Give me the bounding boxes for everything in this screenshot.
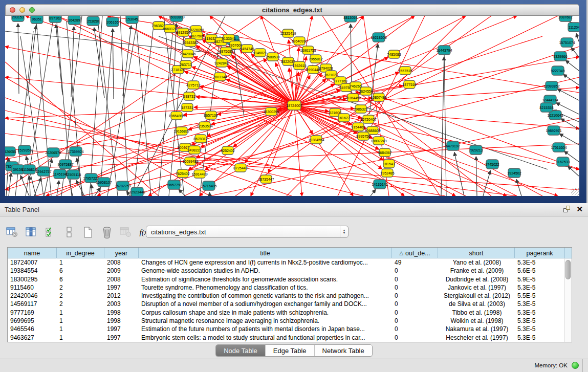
network-node[interactable]: 8660128 [163,25,177,33]
network-node[interactable]: 19654985 [168,112,184,120]
cell-out_degree[interactable]: 0 [392,309,438,317]
network-node[interactable]: 9146821 [253,49,267,57]
cell-short[interactable]: Hescheler et al. (1997) [438,334,515,342]
network-node[interactable]: 8657130 [204,111,217,119]
network-node[interactable]: 8215358 [539,103,553,112]
network-node[interactable]: 16033809 [168,16,184,21]
network-edge[interactable] [209,192,210,196]
cell-year[interactable]: 1998 [104,309,139,317]
cell-in_degree[interactable]: 1 [57,317,104,325]
cell-pagerank[interactable]: 5.3E-5 [515,309,565,317]
window-resize-grip[interactable] [571,188,579,195]
import-table-icon[interactable] [119,225,133,239]
network-node[interactable]: 16099489 [182,157,198,165]
network-graph[interactable]: 2020657617359924785051391591115681912942… [5,16,579,196]
cell-short[interactable]: Tibbo et al. (1998) [438,309,515,317]
cell-short[interactable]: Jankovic et al. (1997) [438,283,515,292]
network-node[interactable]: 19892971 [546,126,561,135]
network-node[interactable]: 15720407 [360,115,376,123]
select-all-icon[interactable] [43,225,57,239]
network-edge[interactable] [5,105,294,190]
table-row[interactable]: 977716911998Corpus callosum shape and si… [8,309,572,317]
network-edge[interactable] [476,157,477,196]
network-node[interactable]: 18807249 [371,137,386,145]
network-node[interactable]: 161627 [338,114,350,122]
network-edge[interactable] [18,24,19,94]
network-edge[interactable] [123,26,131,96]
cell-pagerank[interactable]: 5.6E-5 [515,267,565,275]
network-node[interactable]: 1145194 [53,169,67,179]
network-edge[interactable] [205,105,294,170]
network-node[interactable]: 8454749 [240,45,254,53]
cell-title[interactable]: Tourette syndrome. Phenomenology and cla… [139,283,392,292]
show-columns-icon[interactable] [24,225,38,239]
network-node[interactable]: 897162 [49,16,61,23]
cell-name[interactable]: 9115460 [8,283,57,292]
network-node[interactable]: 8725448 [233,164,247,172]
cell-title[interactable]: Estimation of the future numbers of pati… [139,325,392,333]
network-node[interactable]: 19384554 [308,136,324,144]
network-node[interactable]: 9498222 [187,146,201,154]
cell-name[interactable]: 9465546 [8,325,57,333]
network-edge[interactable] [294,105,302,196]
network-node[interactable]: 187331 [181,103,193,112]
cell-in_degree[interactable]: 1 [57,309,104,317]
table-row[interactable]: 946362711997Embryonic stem cells: a mode… [8,334,572,342]
cell-title[interactable]: Disruption of a novel member of a sodium… [139,300,392,308]
network-node[interactable]: 2087682 [558,16,572,21]
network-node[interactable]: 7955812 [309,55,322,63]
network-select[interactable]: citations_edges.txt ▲▼ [146,226,349,238]
network-canvas[interactable]: 2020657617359924785051391591115681912942… [5,16,579,196]
new-table-icon[interactable] [81,225,95,239]
cell-name[interactable]: 22420046 [8,292,57,300]
network-window-titlebar[interactable]: citations_edges.txt [5,4,579,16]
column-header-pagerank[interactable]: pagerank [515,248,565,258]
network-node[interactable]: 7485083 [387,50,401,58]
cell-out_degree[interactable]: 0 [392,317,438,325]
cell-pagerank[interactable]: 5.3E-5 [515,334,565,342]
network-node[interactable]: 18640910 [291,37,307,45]
cell-short[interactable]: Nakamura et al. (1997) [438,325,515,333]
network-node[interactable]: 15716485 [201,181,216,190]
network-edge[interactable] [179,189,185,196]
network-node[interactable]: 19218506 [371,33,386,42]
network-edge[interactable] [444,52,446,196]
network-node[interactable]: 7625402 [176,169,189,178]
network-node[interactable]: 6479197 [446,141,460,150]
column-header-title[interactable]: title [139,248,392,258]
tab-node-table[interactable]: Node Table [216,345,266,356]
network-node-hub[interactable]: 18724007 [286,101,302,110]
column-header-short[interactable]: short [438,248,515,258]
cell-in_degree[interactable]: 2 [57,300,104,308]
close-panel-icon[interactable]: ✕ [576,205,583,213]
column-header-name[interactable]: name [8,248,57,258]
network-edge[interactable] [294,16,363,105]
network-node[interactable]: 16958107 [96,178,112,187]
network-node[interactable]: 16782759 [115,181,130,190]
network-node[interactable]: 1167533 [556,157,570,166]
table-row[interactable]: 1456911722003Disruption of a novel membe… [8,300,572,308]
cell-short[interactable]: de Silva et al. (2003) [438,300,515,308]
network-node[interactable]: 16961758 [300,46,316,54]
cell-out_degree[interactable]: 0 [392,334,438,342]
network-edge[interactable] [113,29,114,99]
table-row[interactable]: 2242004622012Investigating the contribut… [8,292,572,300]
network-node[interactable]: 12093852 [543,81,559,91]
network-edge[interactable] [94,28,104,98]
network-node[interactable]: 96351 [31,16,43,24]
network-node[interactable]: 19166827 [173,127,189,135]
network-node[interactable]: 8813054 [343,16,357,22]
network-node[interactable]: 11156819 [21,165,37,174]
network-node[interactable]: 8995756 [356,132,370,140]
network-edge[interactable] [20,176,29,196]
cell-title[interactable]: Corpus callosum shape and size in male p… [139,309,392,317]
network-edge[interactable] [576,33,579,41]
cell-year[interactable]: 1998 [104,317,139,325]
table-row[interactable]: 1938455462009Genome-wide association stu… [8,267,572,275]
table-row[interactable]: 969969511998Structural magnetic resonanc… [8,317,572,325]
network-node[interactable]: 7929213 [469,145,483,155]
cell-in_degree[interactable]: 2 [57,283,104,292]
cell-short[interactable]: Stergiakouli et al. (2012) [438,292,515,300]
network-node[interactable]: 164289 [68,16,80,25]
cell-in_degree[interactable]: 2 [57,292,104,300]
